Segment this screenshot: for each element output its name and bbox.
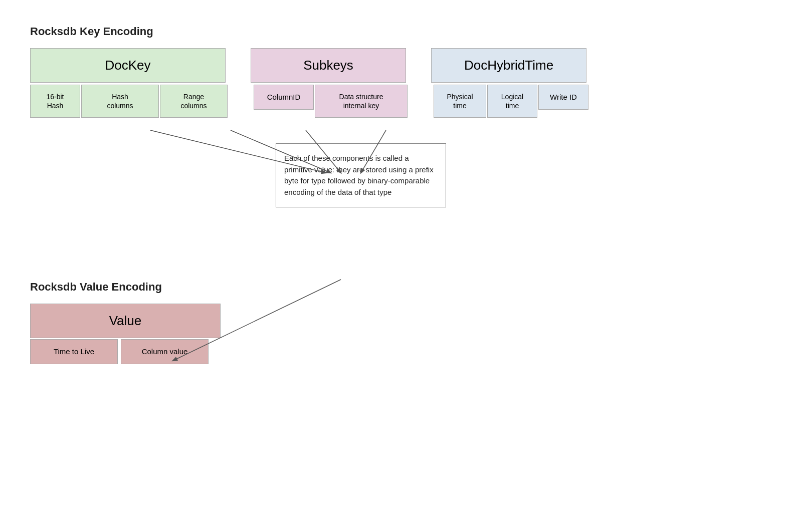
logtime-box: Logical time [487,85,537,118]
dskey-box: Data structure internal key [315,85,408,118]
value-encoding-title: Rocksdb Value Encoding [30,281,221,294]
hash16-box: 16-bit Hash [30,85,80,118]
dockey-box: DocKey [30,48,226,83]
rangecols-box: Range columns [160,85,228,118]
ttl-box: Time to Live [30,339,118,364]
value-encoding-section: Rocksdb Value Encoding Value Time to Liv… [30,281,221,364]
colval-box: Column value [121,339,209,364]
annotation-box: Each of these components is called a pri… [276,143,446,207]
subkeys-box: Subkeys [251,48,406,83]
dochybridtime-box: DocHybridTime [431,48,586,83]
columnid-box: ColumnID [254,85,314,110]
value-box: Value [30,304,221,338]
hashcols-box: Hash columns [81,85,159,118]
key-encoding-title: Rocksdb Key Encoding [30,25,770,38]
writeid-box: Write ID [538,85,588,110]
phystime-box: Physical time [434,85,486,118]
